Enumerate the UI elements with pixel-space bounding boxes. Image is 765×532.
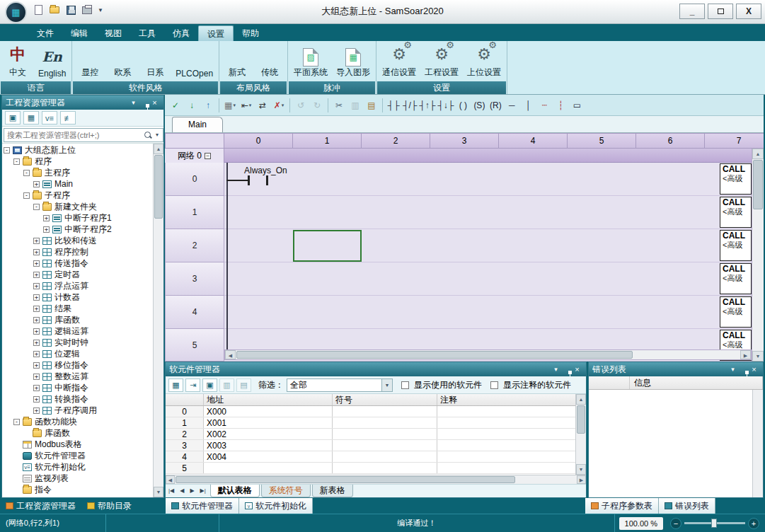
expand-icon[interactable]: +	[33, 317, 40, 323]
panel-menu-icon[interactable]: ▾	[128, 99, 139, 106]
hscrollbar-thumb[interactable]	[236, 351, 633, 359]
reset-coil-icon[interactable]: (R)	[488, 97, 503, 114]
menu-item-0[interactable]: 文件	[28, 25, 62, 41]
device-table-scrollbar[interactable]: ▲ ▼	[575, 394, 586, 475]
symbol-cell[interactable]	[333, 440, 437, 451]
replace-element-icon[interactable]: ⇄	[255, 97, 270, 114]
paste-icon[interactable]: ▤	[364, 97, 379, 114]
comment-cell[interactable]	[437, 463, 586, 473]
nav-button-0[interactable]: |◀	[166, 485, 177, 497]
falling-edge-icon[interactable]: ┤↓├	[437, 97, 454, 114]
maximize-button[interactable]	[708, 4, 733, 19]
scroll-up-icon[interactable]: ▲	[154, 144, 163, 154]
address-cell[interactable]: X000	[204, 406, 333, 417]
show-used-checkbox[interactable]	[401, 381, 409, 389]
menu-item-1[interactable]: 编辑	[62, 25, 96, 41]
insert-element-icon[interactable]: ⇤▾	[238, 97, 254, 114]
address-cell[interactable]: X003	[204, 440, 333, 451]
close-panel-icon[interactable]: ×	[149, 98, 160, 107]
address-cell[interactable]: X004	[204, 451, 333, 462]
hscrollbar-thumb[interactable]	[176, 476, 515, 483]
scroll-down-icon[interactable]: ▼	[576, 464, 586, 475]
scroll-up-icon[interactable]: ▲	[752, 149, 764, 159]
tree-item[interactable]: -子程序	[4, 190, 152, 201]
nav-button-3[interactable]: ▶|	[197, 485, 209, 497]
scroll-up-icon[interactable]: ▲	[576, 394, 586, 405]
comment-cell[interactable]	[437, 440, 586, 451]
delete-hline-icon[interactable]: ┄	[536, 97, 552, 114]
ribbon-button[interactable]: ⚙工程设置	[425, 42, 459, 80]
menu-item-4[interactable]: 仿真	[164, 25, 198, 41]
vscrollbar-thumb[interactable]	[753, 160, 763, 209]
symbol-cell[interactable]	[333, 417, 437, 428]
call-block[interactable]: CALL<高级	[720, 230, 752, 261]
expand-icon[interactable]: +	[33, 283, 40, 289]
scroll-right-icon[interactable]: ▶	[740, 350, 751, 359]
cut-icon[interactable]: ✂	[331, 97, 347, 114]
ribbon-button[interactable]: ▨平面系统	[294, 42, 328, 80]
network-bar[interactable]: 网络 0 −	[165, 149, 764, 163]
ribbon-button[interactable]: ⚙上位设置	[467, 42, 501, 80]
address-cell[interactable]: X002	[204, 429, 333, 439]
tree-item[interactable]: +转换指令	[4, 393, 152, 405]
monitor-view-icon[interactable]: ▣	[5, 111, 21, 125]
tree-item[interactable]: 库函数	[4, 427, 152, 439]
tree-item[interactable]: +传送指令	[4, 258, 152, 269]
expand-icon[interactable]: +	[33, 272, 40, 278]
expand-icon[interactable]: +	[43, 226, 50, 233]
image-icon[interactable]: ▣	[202, 378, 217, 392]
tree-item[interactable]: +定时器	[4, 269, 152, 280]
vertical-line-icon[interactable]: │	[520, 97, 536, 114]
tree-item[interactable]: +中断指令	[4, 382, 152, 393]
nav-button-2[interactable]: ▶	[187, 485, 197, 497]
tree-item[interactable]: 软元件管理器	[4, 450, 152, 461]
collapse-icon[interactable]: -	[13, 158, 20, 165]
expand-icon[interactable]: +	[33, 385, 40, 391]
minimize-button[interactable]: _	[679, 4, 705, 19]
tree-item[interactable]: +比较和传送	[4, 235, 152, 246]
table-row[interactable]: 1X001	[166, 417, 586, 429]
tree-scrollbar[interactable]: ▲ ▼	[153, 144, 163, 497]
ribbon-button[interactable]: EnEnglish	[38, 42, 66, 80]
scroll-left-icon[interactable]: ◀	[225, 350, 236, 359]
tree-item[interactable]: +位逻辑	[4, 348, 152, 359]
ribbon-button[interactable]: 欧系	[110, 42, 134, 80]
selected-cell[interactable]	[293, 230, 362, 262]
table-row[interactable]: 4X004	[166, 451, 586, 463]
collapse-icon[interactable]: -	[13, 419, 20, 425]
call-block[interactable]: CALL<高级	[720, 296, 752, 328]
comment-cell[interactable]	[437, 451, 586, 462]
tree-item[interactable]: Modbus表格	[4, 439, 152, 450]
dock-tab-mid-0[interactable]: 软元件管理器	[166, 498, 239, 514]
panel-menu-icon[interactable]: ▾	[551, 366, 561, 373]
table-row[interactable]: 3X003	[166, 440, 586, 451]
rising-edge-icon[interactable]: ┤↑├	[418, 97, 436, 114]
table-row[interactable]: 0X000	[166, 406, 586, 417]
ladder-hscrollbar[interactable]: ◀ ▶	[224, 349, 752, 360]
comment-cell[interactable]	[437, 406, 586, 417]
collapse-icon[interactable]: -	[4, 147, 10, 154]
expand-icon[interactable]: +	[33, 407, 40, 414]
dock-tab-mid-1[interactable]: v软元件初始化	[239, 498, 313, 514]
tree-item[interactable]: +计数器	[4, 291, 152, 303]
tree-item[interactable]: +中断子程序2	[4, 224, 152, 235]
new-table-icon[interactable]: ▦	[168, 378, 183, 392]
collapse-icon[interactable]: -	[23, 192, 30, 199]
show-commented-checkbox[interactable]	[490, 381, 498, 389]
tab-main[interactable]: Main	[172, 117, 223, 132]
symbol-cell[interactable]	[333, 406, 437, 417]
contact-closed-icon[interactable]: ┤/├	[402, 97, 418, 114]
tree-item[interactable]: +中断子程序1	[4, 212, 152, 224]
tree-item[interactable]: +结果	[4, 303, 152, 314]
compile-check-icon[interactable]: ✓	[168, 97, 183, 114]
tree-item[interactable]: -函数功能块	[4, 416, 152, 427]
coil-icon[interactable]: ( )	[455, 97, 471, 114]
function-block-icon[interactable]: ▭	[569, 97, 585, 114]
tree-item[interactable]: -大组态新上位	[4, 144, 152, 156]
call-block[interactable]: CALL<高级	[720, 197, 752, 228]
expand-icon[interactable]: +	[33, 260, 40, 267]
tree-item[interactable]: +程序控制	[4, 246, 152, 258]
address-cell[interactable]	[204, 463, 333, 473]
sort-filter-icon[interactable]: ≢	[60, 111, 76, 125]
menu-item-5[interactable]: 设置	[198, 25, 234, 41]
